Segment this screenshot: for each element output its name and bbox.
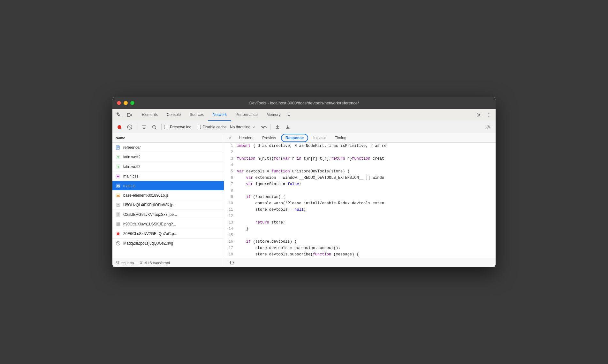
transferred-size: 31.4 kB transferred (140, 261, 170, 265)
sep-2 (161, 124, 162, 130)
response-footer: {} (224, 258, 496, 267)
svg-line-39 (117, 242, 119, 245)
css-icon: ✏ (116, 174, 121, 179)
sep-1 (137, 124, 137, 130)
filter-button[interactable] (140, 123, 148, 132)
svg-line-9 (128, 126, 131, 128)
traffic-lights (117, 101, 134, 105)
preserve-log-input[interactable] (164, 125, 168, 129)
code-line: 4 (224, 162, 496, 168)
network-settings-button[interactable] (484, 123, 493, 132)
line-number: 9 (224, 194, 237, 200)
response-code-area: 1import { d as directive, N as NodePart,… (224, 143, 496, 258)
svg-icon (116, 241, 121, 246)
line-number: 4 (224, 162, 237, 168)
download-button[interactable] (283, 123, 292, 132)
main-tabs: Elements Console Sources Network Perform… (137, 109, 285, 121)
line-number: 17 (224, 245, 237, 251)
line-number: 12 (224, 213, 237, 219)
line-number: 14 (224, 226, 237, 232)
file-name: h90CtfziXluvh1LSSKJE.png?... (123, 222, 221, 226)
line-code: store.devtools = extension.connect(); (237, 245, 496, 251)
format-button[interactable]: {} (227, 258, 236, 267)
svg-text:T: T (117, 155, 119, 159)
line-code (237, 232, 496, 239)
file-item-main-js[interactable]: JSmain.js (112, 181, 224, 191)
preserve-log-checkbox[interactable]: Preserve log (164, 125, 191, 129)
file-item-latin-woff2-1[interactable]: Tlatin.woff2 (112, 152, 224, 162)
record-button[interactable] (115, 123, 124, 132)
js-icon: JS (116, 183, 121, 188)
close-button[interactable] (117, 101, 121, 105)
network-toolbar: Preserve log Disable cache No throttling (112, 121, 496, 133)
code-line: 10 console.warn('Please install/enable R… (224, 200, 496, 207)
throttle-dropdown[interactable]: No throttling (228, 124, 258, 130)
more-tabs-button[interactable]: » (285, 112, 293, 118)
svg-line-12 (265, 126, 267, 127)
settings-button[interactable] (475, 111, 483, 119)
file-item-base-element[interactable]: JSbase-element-3018901b.js (112, 191, 224, 200)
tab-response[interactable]: Response (281, 134, 308, 142)
file-name: MadqZslZpo1sj3qQ3GsZ.svg (123, 241, 221, 246)
search-button[interactable] (150, 123, 159, 132)
tab-console[interactable]: Console (162, 109, 185, 121)
line-number: 8 (224, 187, 237, 194)
file-item-reference[interactable]: reference/ (112, 143, 224, 152)
tab-headers[interactable]: Headers (235, 133, 257, 143)
file-name: latin.woff2 (123, 155, 221, 159)
file-name: main.js (123, 184, 221, 188)
throttle-label: No throttling (230, 125, 251, 129)
tab-timing[interactable]: Timing (331, 133, 350, 143)
code-line: 8 (224, 187, 496, 194)
img-icon (116, 202, 121, 208)
close-response-button[interactable]: × (227, 134, 234, 141)
code-line: 6 var extension = window.__REDUX_DEVTOOL… (224, 175, 496, 181)
file-item-main-css[interactable]: ✏main.css (112, 171, 224, 181)
line-number: 5 (224, 168, 237, 175)
wifi-icon (259, 123, 268, 132)
response-panel: × Headers Preview Response Initiator Tim… (224, 133, 496, 267)
minimize-button[interactable] (124, 101, 128, 105)
line-number: 7 (224, 181, 237, 187)
svg-rect-1 (127, 113, 130, 117)
tab-sources[interactable]: Sources (185, 109, 208, 121)
code-line: 1import { d as directive, N as NodePart,… (224, 143, 496, 149)
disable-cache-input[interactable] (197, 125, 201, 129)
tab-performance[interactable]: Performance (231, 109, 262, 121)
tab-initiator[interactable]: Initiator (309, 133, 330, 143)
sep-3 (194, 124, 194, 130)
more-options-button[interactable] (485, 111, 493, 119)
line-number: 10 (224, 200, 237, 207)
svg-rect-2 (130, 114, 132, 116)
toolbar-nav-icons (115, 111, 133, 119)
tab-preview[interactable]: Preview (258, 133, 280, 143)
line-code: console.warn('Please install/enable Redu… (237, 200, 496, 207)
disable-cache-checkbox[interactable]: Disable cache (197, 125, 226, 129)
devtools-panel: Elements Console Sources Network Perform… (112, 109, 496, 267)
upload-button[interactable] (273, 123, 282, 132)
file-item-latin-woff2-2[interactable]: Tlatin.woff2 (112, 162, 224, 171)
file-item-img-1[interactable]: U5OHzQL4tEKFr6OFlxWK.jp... (112, 200, 224, 210)
svg-point-6 (489, 116, 490, 117)
maximize-button[interactable] (130, 101, 134, 105)
tab-elements[interactable]: Elements (137, 109, 162, 121)
main-tab-bar: Elements Console Sources Network Perform… (112, 109, 496, 121)
tab-network[interactable]: Network (208, 109, 231, 121)
file-item-svg-1[interactable]: MadqZslZpo1sj3qQ3GsZ.svg (112, 239, 224, 248)
inspect-element-button[interactable] (115, 111, 123, 119)
tab-memory[interactable]: Memory (262, 109, 285, 121)
svg-point-31 (118, 204, 119, 205)
file-name: reference/ (123, 145, 221, 150)
img-icon (116, 222, 121, 227)
footer-sep: | (136, 261, 137, 265)
device-toolbar-button[interactable] (125, 111, 133, 119)
line-number: 18 (224, 251, 237, 258)
file-item-img-2[interactable]: O2slJEHG9avKV4aqzSx7.jpe... (112, 210, 224, 219)
clear-button[interactable] (125, 123, 134, 132)
file-item-img-4[interactable]: 20E6CLcSzNV2GELQu7oC.p... (112, 229, 224, 239)
line-code (237, 213, 496, 219)
file-panel-footer: 57 requests | 31.4 kB transferred (112, 258, 224, 267)
svg-rect-35 (117, 223, 120, 226)
file-item-img-3[interactable]: h90CtfziXluvh1LSSKJE.png?... (112, 219, 224, 229)
code-line: 14 } (224, 226, 496, 232)
